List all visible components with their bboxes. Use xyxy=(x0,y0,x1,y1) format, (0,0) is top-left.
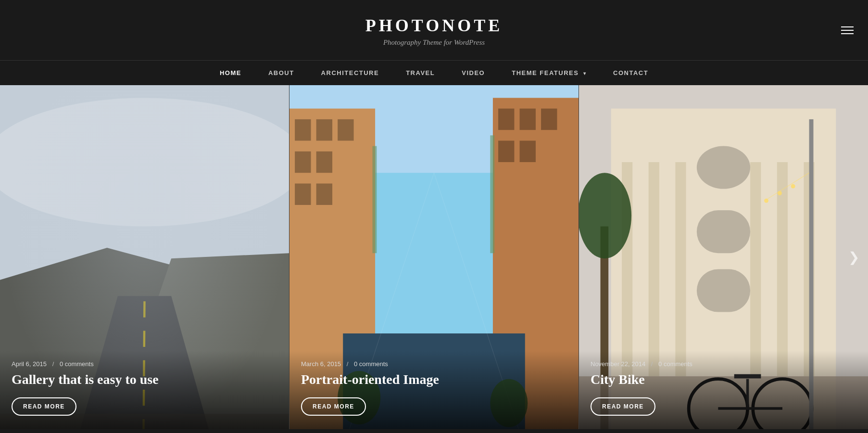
nav-link-about[interactable]: ABOUT xyxy=(255,61,308,85)
svg-rect-41 xyxy=(697,210,750,253)
nav-link-video[interactable]: VIDEO xyxy=(448,61,498,85)
svg-point-54 xyxy=(778,191,782,195)
post-title-2: Portrait-oriented Image xyxy=(301,371,567,388)
svg-point-1 xyxy=(0,98,289,226)
post-meta-separator-1: / xyxy=(52,360,54,368)
gallery-item-1: April 6, 2015 / 0 comments Gallery that … xyxy=(0,85,289,429)
nav-link-contact[interactable]: CONTACT xyxy=(600,61,662,85)
svg-rect-35 xyxy=(649,162,659,376)
site-tagline: Photography Theme for WordPress xyxy=(10,38,858,47)
svg-rect-13 xyxy=(338,119,353,141)
carousel-next-arrow[interactable]: ❯ xyxy=(845,249,862,266)
post-meta-3: November 22, 2014 / 0 comments xyxy=(591,360,856,368)
main-navigation: HOME ABOUT ARCHITECTURE TRAVEL VIDEO THE… xyxy=(0,60,868,85)
svg-rect-21 xyxy=(541,109,557,130)
svg-point-55 xyxy=(791,184,795,189)
hamburger-menu-button[interactable] xyxy=(841,26,854,34)
post-meta-separator-3: / xyxy=(651,360,653,368)
chevron-right-icon: ❯ xyxy=(848,249,859,265)
read-more-button-3[interactable]: READ MORE xyxy=(591,397,655,416)
theme-features-dropdown-icon: ▾ xyxy=(583,71,587,76)
post-comments-2: 0 comments xyxy=(354,360,388,368)
svg-rect-42 xyxy=(697,269,750,312)
nav-link-home[interactable]: HOME xyxy=(206,61,255,85)
nav-item-video[interactable]: VIDEO xyxy=(448,61,498,85)
svg-rect-12 xyxy=(316,119,332,141)
svg-rect-11 xyxy=(295,119,311,141)
gallery-overlay-2: March 6, 2015 / 0 comments Portrait-orie… xyxy=(289,351,579,429)
hamburger-line-2 xyxy=(841,30,854,31)
gallery-overlay-3: November 22, 2014 / 0 comments City Bike… xyxy=(579,351,868,429)
nav-link-theme-features[interactable]: THEME FEATURES ▾ xyxy=(498,61,600,85)
gallery-overlay-1: April 6, 2015 / 0 comments Gallery that … xyxy=(0,351,289,429)
read-more-button-2[interactable]: READ MORE xyxy=(301,397,366,416)
svg-rect-22 xyxy=(498,140,514,162)
nav-item-contact[interactable]: CONTACT xyxy=(600,61,662,85)
post-title-3: City Bike xyxy=(591,371,856,388)
read-more-button-1[interactable]: READ MORE xyxy=(12,397,76,416)
svg-rect-15 xyxy=(316,152,332,173)
svg-rect-36 xyxy=(675,162,686,376)
post-date-1: April 6, 2015 xyxy=(12,360,47,368)
post-meta-2: March 6, 2015 / 0 comments xyxy=(301,360,567,368)
hamburger-line-1 xyxy=(841,26,854,27)
svg-rect-37 xyxy=(750,162,761,376)
svg-rect-14 xyxy=(295,152,311,173)
svg-rect-29 xyxy=(490,135,494,253)
svg-rect-20 xyxy=(520,109,536,130)
svg-point-44 xyxy=(579,173,631,258)
svg-rect-23 xyxy=(520,140,536,162)
nav-link-architecture[interactable]: ARCHITECTURE xyxy=(308,61,393,85)
svg-rect-28 xyxy=(373,146,377,254)
svg-rect-16 xyxy=(295,183,311,205)
nav-item-travel[interactable]: TRAVEL xyxy=(392,61,448,85)
post-date-2: March 6, 2015 xyxy=(301,360,341,368)
nav-link-travel[interactable]: TRAVEL xyxy=(392,61,448,85)
post-meta-1: April 6, 2015 / 0 comments xyxy=(12,360,277,368)
nav-item-architecture[interactable]: ARCHITECTURE xyxy=(308,61,393,85)
svg-rect-40 xyxy=(697,146,750,189)
gallery-item-3: November 22, 2014 / 0 comments City Bike… xyxy=(579,85,868,429)
nav-item-home[interactable]: HOME xyxy=(206,61,255,85)
post-comments-1: 0 comments xyxy=(60,360,94,368)
gallery-item-2: March 6, 2015 / 0 comments Portrait-orie… xyxy=(289,85,579,429)
site-header: PHOTONOTE Photography Theme for WordPres… xyxy=(0,0,868,60)
post-comments-3: 0 comments xyxy=(658,360,692,368)
svg-rect-19 xyxy=(498,109,514,130)
nav-item-about[interactable]: ABOUT xyxy=(255,61,308,85)
gallery-section: April 6, 2015 / 0 comments Gallery that … xyxy=(0,85,868,429)
post-title-1: Gallery that is easy to use xyxy=(12,371,277,388)
svg-point-53 xyxy=(764,199,768,203)
svg-rect-17 xyxy=(316,183,332,205)
nav-list: HOME ABOUT ARCHITECTURE TRAVEL VIDEO THE… xyxy=(206,61,662,85)
post-meta-separator-2: / xyxy=(347,360,349,368)
nav-item-theme-features[interactable]: THEME FEATURES ▾ xyxy=(498,61,600,85)
hamburger-line-3 xyxy=(841,33,854,34)
post-date-3: November 22, 2014 xyxy=(591,360,645,368)
site-title: PHOTONOTE xyxy=(10,15,858,36)
